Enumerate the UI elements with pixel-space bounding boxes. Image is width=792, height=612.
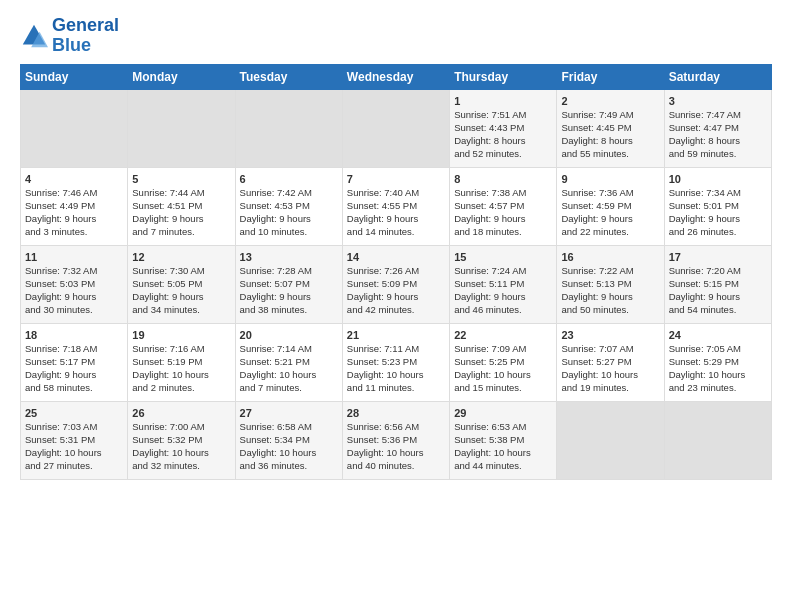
sunset-text: Sunset: 5:15 PM (669, 278, 767, 291)
daylight-hours: Daylight: 9 hours (240, 213, 338, 226)
day-number: 8 (454, 172, 552, 187)
day-cell: 3Sunrise: 7:47 AMSunset: 4:47 PMDaylight… (664, 89, 771, 167)
day-number: 25 (25, 406, 123, 421)
day-number: 21 (347, 328, 445, 343)
daylight-minutes: and 52 minutes. (454, 148, 552, 161)
sunrise-text: Sunrise: 7:26 AM (347, 265, 445, 278)
sunset-text: Sunset: 5:11 PM (454, 278, 552, 291)
sunrise-text: Sunrise: 7:00 AM (132, 421, 230, 434)
logo-icon (20, 22, 48, 50)
header-row: SundayMondayTuesdayWednesdayThursdayFrid… (21, 64, 772, 89)
day-cell (342, 89, 449, 167)
sunset-text: Sunset: 4:45 PM (561, 122, 659, 135)
sunset-text: Sunset: 5:01 PM (669, 200, 767, 213)
header-cell-monday: Monday (128, 64, 235, 89)
daylight-minutes: and 58 minutes. (25, 382, 123, 395)
header-cell-tuesday: Tuesday (235, 64, 342, 89)
daylight-hours: Daylight: 9 hours (561, 213, 659, 226)
day-number: 23 (561, 328, 659, 343)
day-cell (557, 401, 664, 479)
sunset-text: Sunset: 5:31 PM (25, 434, 123, 447)
sunrise-text: Sunrise: 7:16 AM (132, 343, 230, 356)
daylight-minutes: and 19 minutes. (561, 382, 659, 395)
daylight-hours: Daylight: 10 hours (25, 447, 123, 460)
sunrise-text: Sunrise: 7:46 AM (25, 187, 123, 200)
day-number: 29 (454, 406, 552, 421)
day-cell: 11Sunrise: 7:32 AMSunset: 5:03 PMDayligh… (21, 245, 128, 323)
sunrise-text: Sunrise: 7:22 AM (561, 265, 659, 278)
sunrise-text: Sunrise: 7:05 AM (669, 343, 767, 356)
sunrise-text: Sunrise: 6:53 AM (454, 421, 552, 434)
day-number: 14 (347, 250, 445, 265)
sunset-text: Sunset: 5:19 PM (132, 356, 230, 369)
sunset-text: Sunset: 4:55 PM (347, 200, 445, 213)
sunset-text: Sunset: 5:25 PM (454, 356, 552, 369)
daylight-hours: Daylight: 10 hours (454, 369, 552, 382)
day-number: 9 (561, 172, 659, 187)
sunset-text: Sunset: 4:59 PM (561, 200, 659, 213)
day-cell (235, 89, 342, 167)
daylight-minutes: and 30 minutes. (25, 304, 123, 317)
sunset-text: Sunset: 5:17 PM (25, 356, 123, 369)
daylight-minutes: and 15 minutes. (454, 382, 552, 395)
day-cell: 12Sunrise: 7:30 AMSunset: 5:05 PMDayligh… (128, 245, 235, 323)
day-cell: 17Sunrise: 7:20 AMSunset: 5:15 PMDayligh… (664, 245, 771, 323)
daylight-minutes: and 10 minutes. (240, 226, 338, 239)
daylight-minutes: and 3 minutes. (25, 226, 123, 239)
sunset-text: Sunset: 5:27 PM (561, 356, 659, 369)
daylight-minutes: and 7 minutes. (240, 382, 338, 395)
daylight-hours: Daylight: 10 hours (561, 369, 659, 382)
week-row-2: 4Sunrise: 7:46 AMSunset: 4:49 PMDaylight… (21, 167, 772, 245)
daylight-minutes: and 2 minutes. (132, 382, 230, 395)
day-cell: 10Sunrise: 7:34 AMSunset: 5:01 PMDayligh… (664, 167, 771, 245)
sunrise-text: Sunrise: 7:14 AM (240, 343, 338, 356)
logo-text: General Blue (52, 16, 119, 56)
daylight-hours: Daylight: 9 hours (454, 213, 552, 226)
daylight-minutes: and 23 minutes. (669, 382, 767, 395)
day-cell: 4Sunrise: 7:46 AMSunset: 4:49 PMDaylight… (21, 167, 128, 245)
week-row-3: 11Sunrise: 7:32 AMSunset: 5:03 PMDayligh… (21, 245, 772, 323)
week-row-1: 1Sunrise: 7:51 AMSunset: 4:43 PMDaylight… (21, 89, 772, 167)
day-cell: 14Sunrise: 7:26 AMSunset: 5:09 PMDayligh… (342, 245, 449, 323)
sunrise-text: Sunrise: 7:38 AM (454, 187, 552, 200)
sunset-text: Sunset: 5:32 PM (132, 434, 230, 447)
day-cell: 16Sunrise: 7:22 AMSunset: 5:13 PMDayligh… (557, 245, 664, 323)
day-number: 27 (240, 406, 338, 421)
day-number: 4 (25, 172, 123, 187)
day-cell: 25Sunrise: 7:03 AMSunset: 5:31 PMDayligh… (21, 401, 128, 479)
day-number: 1 (454, 94, 552, 109)
daylight-hours: Daylight: 10 hours (669, 369, 767, 382)
day-cell (21, 89, 128, 167)
sunrise-text: Sunrise: 7:03 AM (25, 421, 123, 434)
day-number: 19 (132, 328, 230, 343)
daylight-hours: Daylight: 9 hours (454, 291, 552, 304)
sunrise-text: Sunrise: 7:32 AM (25, 265, 123, 278)
day-number: 17 (669, 250, 767, 265)
sunset-text: Sunset: 5:21 PM (240, 356, 338, 369)
day-number: 15 (454, 250, 552, 265)
sunrise-text: Sunrise: 7:49 AM (561, 109, 659, 122)
sunrise-text: Sunrise: 7:44 AM (132, 187, 230, 200)
daylight-hours: Daylight: 9 hours (669, 213, 767, 226)
sunrise-text: Sunrise: 7:11 AM (347, 343, 445, 356)
header: General Blue (20, 16, 772, 56)
day-cell: 5Sunrise: 7:44 AMSunset: 4:51 PMDaylight… (128, 167, 235, 245)
daylight-minutes: and 26 minutes. (669, 226, 767, 239)
daylight-minutes: and 44 minutes. (454, 460, 552, 473)
daylight-hours: Daylight: 9 hours (669, 291, 767, 304)
daylight-hours: Daylight: 10 hours (454, 447, 552, 460)
day-cell: 24Sunrise: 7:05 AMSunset: 5:29 PMDayligh… (664, 323, 771, 401)
day-cell: 23Sunrise: 7:07 AMSunset: 5:27 PMDayligh… (557, 323, 664, 401)
day-number: 22 (454, 328, 552, 343)
day-number: 6 (240, 172, 338, 187)
header-cell-wednesday: Wednesday (342, 64, 449, 89)
sunrise-text: Sunrise: 7:30 AM (132, 265, 230, 278)
day-cell: 9Sunrise: 7:36 AMSunset: 4:59 PMDaylight… (557, 167, 664, 245)
day-cell: 21Sunrise: 7:11 AMSunset: 5:23 PMDayligh… (342, 323, 449, 401)
day-number: 13 (240, 250, 338, 265)
daylight-hours: Daylight: 9 hours (347, 291, 445, 304)
daylight-hours: Daylight: 9 hours (347, 213, 445, 226)
daylight-minutes: and 14 minutes. (347, 226, 445, 239)
daylight-hours: Daylight: 9 hours (132, 213, 230, 226)
daylight-hours: Daylight: 9 hours (25, 213, 123, 226)
